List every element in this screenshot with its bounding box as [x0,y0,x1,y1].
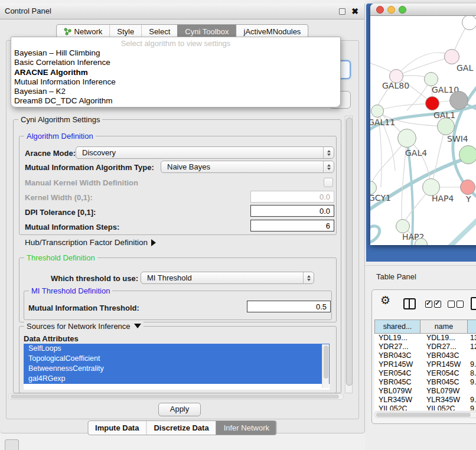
tab-cyni-toolbox[interactable]: Cyni Toolbox [177,25,236,38]
node-unlabeled[interactable] [415,238,428,245]
column-header-extra[interactable] [468,319,476,334]
table-row[interactable]: YBR045CYBR045C9. [374,378,476,387]
control-panel-titlebar: Control Panel ✖ [0,4,364,19]
table-horizontal-scrollbar[interactable] [374,412,476,418]
column-header-name[interactable]: name [420,319,468,334]
algorithm-option-bayesian-k2[interactable]: Bayesian – K2 [11,87,340,96]
which-threshold-select[interactable]: MI Threshold [141,272,314,284]
node-unlabeled[interactable] [449,91,468,110]
network-window-titlebar[interactable] [370,4,476,16]
sources-expander[interactable]: Sources for Network Inference [24,322,144,331]
table-row[interactable]: YBL079WYBL079W [374,387,476,396]
select-all-icon[interactable] [425,299,443,310]
table-row[interactable]: YLR345WYLR345W9. [374,396,476,405]
list-vertical-scrollbar[interactable] [322,344,329,388]
settings-vertical-scrollbar[interactable] [345,116,353,393]
table-cell [468,351,476,360]
table-cell: YPR145W [374,360,420,369]
settings-horizontal-scrollbar[interactable] [8,393,344,400]
gear-icon[interactable]: ⚙ [380,294,390,307]
dpi-tolerance-label: DPI Tolerance [0,1]: [25,208,96,217]
table-row[interactable]: YBR043CYBR043C [374,351,476,360]
node-unlabeled[interactable] [459,145,476,164]
tab-infer-network[interactable]: Infer Network [216,421,276,435]
aracne-mode-label: Aracne Mode: [25,149,76,158]
tab-jactivemnodules[interactable]: jActiveMNodules [236,25,308,38]
close-icon[interactable]: ✖ [351,5,358,18]
table-cell: YDR27... [374,343,420,351]
algorithm-option-dream8-dc-tdc-algorithm[interactable]: Dream8 DC_TDC Algorithm [11,96,340,106]
node-label: HAP4 [432,194,454,203]
table-header-row: shared...name [374,319,476,334]
mi-type-select[interactable]: Naive Bayes [161,161,334,173]
attribute-selfloops[interactable]: SelfLoops [24,344,330,354]
group-title: MI Threshold Definition [29,286,112,295]
tab-label: Infer Network [224,423,269,432]
algorithm-option-bayesian-hill-climbing[interactable]: Bayesian – Hill Climbing [11,48,340,58]
apply-button[interactable]: Apply [158,403,201,416]
table-cell: YIL052C [374,405,420,410]
table-cell: YBR043C [374,351,420,360]
node-label: SWI4 [447,134,468,144]
node-gal11[interactable] [371,105,384,118]
tab-label: Style [117,27,134,36]
table-cell: YBR045C [420,378,468,387]
right-region: GALGAL80GAL10GAL1GAL11SWI4GAL4GCY1HAP4YH… [365,0,476,450]
tab-select[interactable]: Select [141,25,177,38]
table-row[interactable]: YPR145WYPR145W9. [374,360,476,369]
close-traffic-light-icon[interactable] [376,6,384,14]
tab-impute-data[interactable]: Impute Data [88,421,146,435]
node-y[interactable] [460,180,475,195]
node-gal1[interactable] [425,96,439,110]
tab-style[interactable]: Style [109,25,141,38]
node-swi4[interactable] [437,118,455,135]
mi-threshold-field[interactable]: 0.5 [247,301,331,312]
minimize-traffic-light-icon[interactable] [387,6,395,14]
table-cell: YDL19... [374,334,420,343]
table-cell: YBR045C [374,378,420,387]
column-header-shared[interactable]: shared... [374,319,420,334]
aracne-mode-value: Discovery [82,148,116,157]
tab-discretize-data[interactable]: Discretize Data [146,421,216,435]
table-cell: YBL079W [374,387,420,396]
table-cell: YPR145W [420,360,468,369]
node-gal[interactable] [444,49,459,64]
node-label: GAL11 [370,118,395,127]
table-row[interactable]: YDL19...YDL19...13 [374,334,476,343]
tab-label: Select [149,27,170,36]
algorithm-option-aracne-algorithm[interactable]: ARACNE Algorithm [11,68,340,77]
dpi-tolerance-field[interactable]: 0.0 [250,205,334,217]
algorithm-option-mutual-information-inference[interactable]: Mutual Information Inference [11,77,340,87]
mi-steps-field[interactable]: 6 [250,220,334,231]
kernel-width-field[interactable]: 0.0 [250,191,334,203]
tab-label: Discretize Data [154,423,208,432]
table-cell: 9. [468,360,476,369]
attribute-betweennesscentrality[interactable]: BetweennessCentrality [24,364,330,374]
tab-network[interactable]: Network [57,25,110,38]
table-cell: 13 [468,334,476,343]
node-table: shared...name YDL19...YDL19...13YDR27...… [374,319,476,410]
network-canvas[interactable]: GALGAL80GAL10GAL1GAL11SWI4GAL4GCY1HAP4YH… [370,16,476,245]
node-gal10[interactable] [424,72,438,86]
hub-definition-expander[interactable]: Hub/Transcription Factor Definition [25,238,156,247]
table-cell: 9. [468,405,476,410]
manual-kernel-checkbox[interactable] [324,178,333,187]
table-cell: YLR345W [420,396,468,405]
deselect-all-icon[interactable] [448,299,465,310]
node-gal4[interactable] [397,129,416,148]
table-row[interactable]: YER054CYER054C8. [374,369,476,378]
node-unlabeled[interactable] [462,16,476,30]
collapsed-panel-icon[interactable] [5,439,19,450]
attribute-gal4rgexp[interactable]: gal4RGexp [24,374,330,384]
attribute-topologicalcoefficient[interactable]: TopologicalCoefficient [24,354,330,364]
file-icon[interactable] [471,297,476,310]
float-window-icon[interactable] [339,8,345,15]
table-row[interactable]: YDR27...YDR27...12 [374,343,476,351]
split-columns-icon[interactable] [403,298,416,309]
algorithm-option-basic-correlation-inference[interactable]: Basic Correlation Inference [11,58,340,67]
table-row[interactable]: YIL052CYIL052C9. [374,405,476,410]
table-cell: YIL052C [420,405,468,410]
zoom-traffic-light-icon[interactable] [399,6,406,14]
aracne-mode-select[interactable]: Discovery [76,146,334,159]
node-hap2[interactable] [396,219,410,233]
